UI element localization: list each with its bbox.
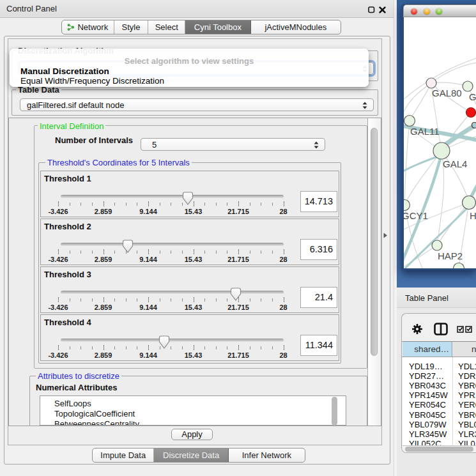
svg-text:GAL4: GAL4 <box>443 158 467 169</box>
svg-text:GAL80: GAL80 <box>432 88 462 98</box>
svg-text:HAP2: HAP2 <box>438 250 463 261</box>
svg-text:GAL11: GAL11 <box>410 126 440 137</box>
svg-text:GA: GA <box>469 91 476 102</box>
svg-text:GCY1: GCY1 <box>404 210 428 221</box>
svg-text:C: C <box>471 119 476 130</box>
svg-text:H: H <box>470 210 476 221</box>
